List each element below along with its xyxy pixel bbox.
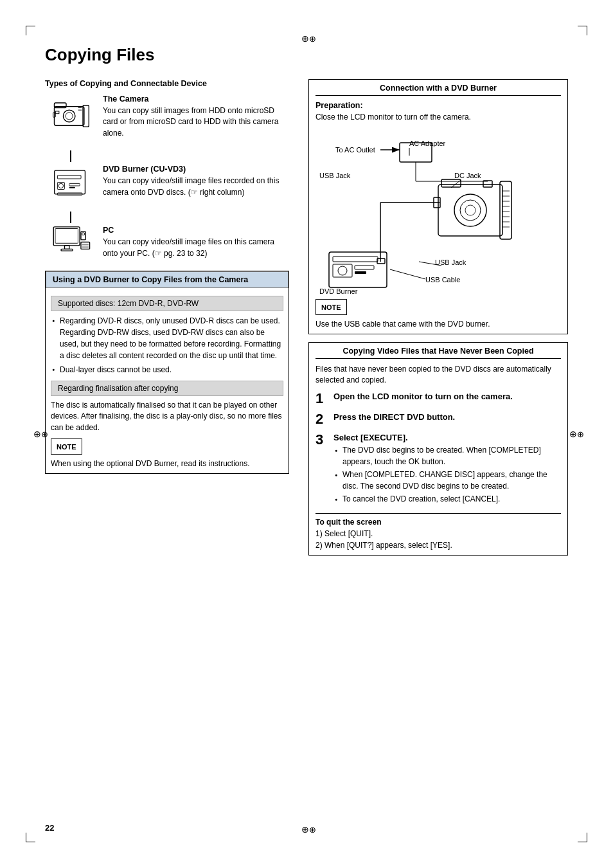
quit-title: To quit the screen (315, 518, 561, 527)
svg-rect-19 (61, 249, 73, 251)
finalisation-text: The disc is automatically finalised so t… (51, 400, 283, 433)
svg-rect-5 (55, 111, 59, 114)
svg-point-37 (460, 200, 481, 221)
step-3-bullets: The DVD disc begins to be created. When … (333, 445, 561, 505)
prep-title: Preparation: (315, 101, 561, 110)
svg-rect-18 (64, 246, 69, 249)
svg-text:AC Adapter: AC Adapter (409, 140, 446, 147)
step-3-text: Select [EXECUTE]. The DVD disc begins to… (333, 433, 561, 507)
connection-box: Connection with a DVD Burner Preparation… (308, 79, 568, 334)
connector-line-2 (70, 212, 71, 223)
connection-diagram-svg: To AC Outlet AC Adapter (315, 127, 561, 294)
bullet-item-0: Regarding DVD-R discs, only unused DVD-R… (51, 315, 283, 361)
svg-rect-35 (438, 185, 502, 236)
pc-device-description: You can copy video/still image files on … (103, 237, 289, 259)
pc-icon-area (45, 226, 96, 258)
svg-rect-0 (54, 107, 84, 126)
pc-device-name: PC (103, 226, 289, 235)
connection-note-text: Use the USB cable that came with the DVD… (315, 319, 561, 330)
finalisation-label: Regarding finalisation after copying (51, 381, 283, 396)
svg-rect-14 (69, 187, 75, 188)
using-dvd-section-title: Using a DVD Burner to Copy Files from th… (46, 271, 289, 288)
device-row-dvd: DVD Burner (CU-VD3) You can copy video/s… (45, 165, 289, 200)
svg-text:USB Cable: USB Cable (425, 276, 460, 284)
camera-device-description: You can copy still images from HDD onto … (103, 105, 289, 139)
dvd-burner-device-name: DVD Burner (CU-VD3) (103, 165, 289, 174)
svg-rect-67 (377, 258, 385, 264)
types-section: Types of Copying and Connectable Device (45, 79, 289, 259)
connection-diagram: To AC Outlet AC Adapter (315, 127, 561, 294)
camera-device-text: The Camera You can copy still images fro… (96, 95, 289, 139)
connection-note-label: NOTE (321, 303, 341, 311)
svg-rect-40 (500, 181, 511, 239)
camera-svg (48, 95, 93, 136)
step-3-bullet-2: To cancel the DVD creation, select [CANC… (333, 494, 561, 505)
copy-section-title: Copying Video Files that Have Never Been… (315, 347, 561, 359)
svg-text:USB Jack: USB Jack (319, 172, 351, 179)
step-2: 2 Press the DIRECT DVD button. (315, 412, 561, 426)
svg-point-1 (63, 110, 75, 122)
svg-rect-25 (82, 233, 84, 235)
step-1-number: 1 (315, 392, 333, 406)
note-box: NOTE (51, 439, 82, 455)
dvd-burner-svg (51, 165, 90, 200)
step-2-number: 2 (315, 412, 333, 426)
step-3-bullet-1: When [COMPLETED. CHANGE DISC] appears, c… (333, 469, 561, 492)
step-1: 1 Open the LCD monitor to turn on the ca… (315, 392, 561, 406)
svg-point-38 (465, 205, 475, 215)
svg-rect-17 (55, 229, 77, 244)
note-text: When using the optional DVD Burner, read… (51, 458, 283, 469)
step-3: 3 Select [EXECUTE]. The DVD disc begins … (315, 433, 561, 507)
svg-rect-62 (355, 266, 374, 269)
svg-rect-16 (53, 227, 80, 246)
svg-rect-13 (69, 184, 80, 186)
svg-point-2 (66, 113, 73, 120)
step-3-bullet-0: The DVD disc begins to be created. When … (333, 445, 561, 467)
dvd-burner-icon-area (45, 165, 96, 200)
dvd-burner-device-description: You can copy video/still image files rec… (103, 176, 289, 198)
page-number: 22 (45, 823, 54, 833)
step-3-number: 3 (315, 433, 333, 447)
device-row-camera: The Camera You can copy still images fro… (45, 95, 289, 139)
svg-rect-39 (441, 179, 461, 187)
svg-rect-59 (333, 257, 378, 262)
quit-steps: 1) Select [QUIT]. 2) When [QUIT?] appear… (315, 529, 561, 551)
quit-step-1: 1) Select [QUIT]. (315, 529, 561, 539)
pc-device-text: PC You can copy video/still image files … (96, 226, 289, 259)
step-3-description: Select [EXECUTE]. (333, 433, 408, 442)
connection-note-section: NOTE Use the USB cable that came with th… (315, 299, 561, 330)
copy-video-section: Copying Video Files that Have Never Been… (308, 342, 568, 556)
page-title: Copying Files (45, 45, 568, 65)
step-1-description: Open the LCD monitor to turn on the came… (333, 392, 513, 401)
svg-text:To AC Outlet: To AC Outlet (335, 146, 375, 154)
svg-rect-3 (54, 103, 66, 107)
svg-point-36 (454, 194, 486, 226)
step-2-description: Press the DIRECT DVD button. (333, 412, 455, 422)
pc-svg (50, 226, 92, 258)
svg-line-66 (390, 269, 425, 279)
types-section-title: Types of Copying and Connectable Device (45, 79, 289, 88)
connector-line-1 (70, 150, 71, 162)
svg-rect-63 (355, 271, 366, 274)
left-column: Types of Copying and Connectable Device (45, 79, 289, 563)
supported-discs-bullets: Regarding DVD-R discs, only unused DVD-R… (51, 315, 283, 375)
prep-text: Close the LCD monitor to turn off the ca… (315, 113, 561, 122)
dvd-burner-device-text: DVD Burner (CU-VD3) You can copy video/s… (96, 165, 289, 198)
quit-step-2: 2) When [QUIT?] appears, select [YES]. (315, 540, 561, 551)
copy-intro: Files that have never been copied to the… (315, 364, 561, 386)
right-column: Connection with a DVD Burner Preparation… (308, 79, 568, 563)
bullet-item-1: Dual-layer discs cannot be used. (51, 364, 283, 375)
supported-discs-label: Supported discs: 12cm DVD-R, DVD-RW (51, 296, 283, 311)
step-2-text: Press the DIRECT DVD button. (333, 412, 561, 422)
svg-point-12 (58, 184, 63, 188)
connection-note-box: NOTE (315, 299, 347, 315)
connection-box-title: Connection with a DVD Burner (315, 84, 561, 96)
quit-section: To quit the screen 1) Select [QUIT]. 2) … (315, 513, 561, 551)
svg-rect-10 (57, 176, 81, 179)
svg-text:DVD Burner: DVD Burner (319, 287, 358, 294)
using-dvd-section: Using a DVD Burner to Copy Files from th… (45, 271, 289, 474)
svg-point-61 (338, 266, 347, 275)
camera-icon-area (45, 95, 96, 136)
camera-device-name: The Camera (103, 95, 289, 104)
step-1-text: Open the LCD monitor to turn on the came… (333, 392, 561, 401)
